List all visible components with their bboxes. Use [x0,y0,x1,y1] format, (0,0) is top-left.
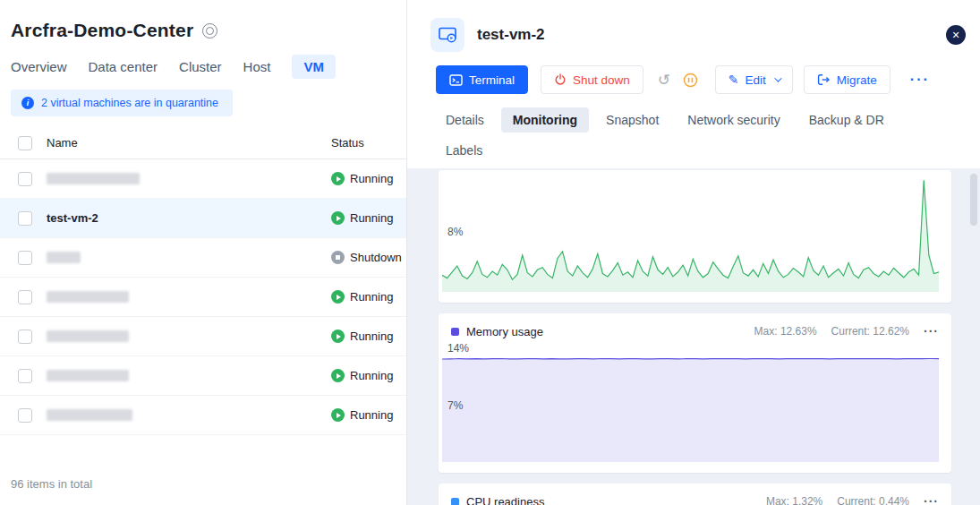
row-checkbox[interactable] [18,290,32,304]
tab-host[interactable]: Host [243,55,271,79]
monitoring-content: 8% Memory usage Max: 12.63% Current: 12.… [407,168,980,505]
shutdown-icon [331,251,345,264]
status-label: Running [350,290,393,304]
running-icon [331,330,345,343]
power-icon [554,73,567,86]
left-panel-header: Arcfra-Demo-Center [0,0,406,41]
status-badge: Running [331,408,405,422]
table-row-selected[interactable]: test-vm-2 Running [0,199,406,238]
row-checkbox[interactable] [18,172,32,186]
y-axis-tick: 7% [447,399,463,412]
memory-chart-header: Memory usage Max: 12.63% Current: 12.62%… [439,313,951,347]
edit-button-label: Edit [746,73,766,87]
table-row[interactable]: Running [0,396,406,435]
detail-title: test-vm-2 [477,26,545,44]
quarantine-banner[interactable]: i 2 virtual machines are in quarantine [11,90,233,116]
vm-name-redacted [47,409,132,421]
items-total: 96 items in total [0,454,406,505]
terminal-button-label: Terminal [469,73,515,87]
resource-tabs: Overview Data center Cluster Host VM [0,41,406,86]
rollback-button[interactable]: ↺ [651,65,677,94]
status-badge: Running [331,369,405,382]
vm-name-redacted [47,173,140,184]
row-checkbox[interactable] [18,330,32,344]
running-icon [331,211,345,225]
tab-snapshot[interactable]: Snapshot [594,107,670,133]
memory-max-value: Max: 12.63% [754,325,817,338]
y-axis-tick: 8% [447,226,463,238]
tab-network-security[interactable]: Network security [676,107,791,133]
running-icon [331,369,345,382]
tab-details[interactable]: Details [434,107,496,133]
vm-name-redacted [47,291,129,303]
status-badge: Running [331,211,405,225]
status-label: Running [350,408,393,422]
vm-name[interactable]: test-vm-2 [47,211,331,225]
vm-icon [430,18,464,52]
status-badge: Running [331,172,405,185]
tab-monitoring[interactable]: Monitoring [501,107,589,133]
tab-overview[interactable]: Overview [11,55,67,79]
table-row[interactable]: Running [0,356,406,396]
memory-usage-chart-card: Memory usage Max: 12.63% Current: 12.62%… [439,313,951,473]
migrate-icon [817,73,831,86]
row-checkbox[interactable] [18,408,32,423]
memory-chart-title: Memory usage [466,325,543,338]
info-icon: i [21,97,34,109]
tab-cluster[interactable]: Cluster [179,55,222,79]
status-badge: Running [331,290,405,304]
cpu-readiness-chart-menu-icon[interactable]: ··· [924,494,939,505]
vm-table: Name Status Running test-vm-2 Running [0,124,406,454]
edit-button[interactable]: ✎ Edit [715,65,793,94]
terminal-icon [449,73,463,87]
close-icon[interactable]: ✕ [946,25,966,45]
tab-labels[interactable]: Labels [434,138,494,163]
shut-down-button-label: Shut down [573,73,630,87]
row-checkbox[interactable] [18,369,32,383]
migrate-button-label: Migrate [837,73,877,87]
scrollbar-thumb[interactable] [970,174,977,226]
vm-name-redacted [47,370,129,381]
memory-chart-menu-icon[interactable]: ··· [924,324,939,338]
migrate-button[interactable]: Migrate [804,65,891,94]
status-badge: Shutdown [331,251,405,264]
rollback-icon: ↺ [658,71,670,90]
cpu-usage-chart-card: 8% [439,170,951,303]
detail-header: test-vm-2 ✕ [407,0,980,52]
select-all-checkbox[interactable] [18,136,32,150]
tab-data-center[interactable]: Data center [89,55,158,79]
table-row[interactable]: Shutdown [0,238,406,278]
status-label: Shutdown [350,251,402,264]
cpu-usage-chart: 8% [442,177,939,292]
status-label: Running [350,172,393,185]
edit-icon: ✎ [729,73,739,87]
table-row[interactable]: Running [0,278,406,317]
cpu-readiness-current-value: Current: 0.44% [837,495,909,505]
memory-legend-swatch [451,328,459,336]
row-checkbox[interactable] [18,251,32,265]
memory-usage-chart: 14% 7% [442,347,939,462]
suspend-button[interactable] [677,65,704,94]
suspend-icon [683,73,698,88]
table-row[interactable]: Running [0,317,406,356]
cpu-readiness-max-value: Max: 1.32% [766,495,822,505]
detail-toolbar: Terminal Shut down ↺ ✎ [407,52,980,94]
vm-detail-panel: test-vm-2 ✕ Terminal Shut down [407,0,980,505]
vm-name-redacted [47,252,81,263]
shut-down-button[interactable]: Shut down [541,65,643,94]
vm-name-redacted [47,330,129,342]
detail-tabs: Details Monitoring Snapshot Network secu… [407,94,944,168]
column-header-name: Name [47,136,331,150]
page-title: Arcfra-Demo-Center [11,20,193,41]
running-icon [331,408,345,422]
tab-vm[interactable]: VM [292,55,336,79]
terminal-button[interactable]: Terminal [436,65,528,94]
tab-backup-dr[interactable]: Backup & DR [797,107,896,133]
row-checkbox[interactable] [18,211,32,226]
chevron-down-icon [774,74,781,81]
cpu-readiness-chart-card: CPU readiness Max: 1.32% Current: 0.44% … [439,484,951,505]
availability-zone-icon [202,23,217,39]
table-row[interactable]: Running [0,159,406,199]
more-actions-button[interactable]: ··· [910,72,930,88]
memory-current-value: Current: 12.62% [831,325,909,338]
